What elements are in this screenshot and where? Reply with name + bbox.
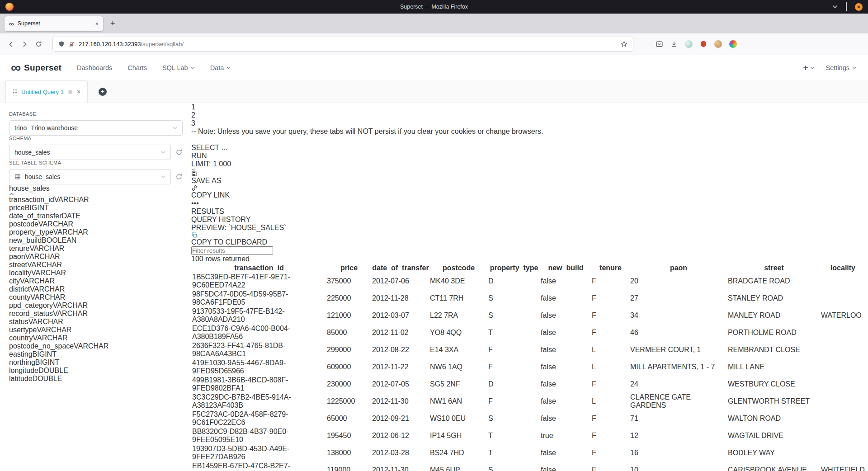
browser-tab-superset[interactable]: ∞ Superset × [5, 16, 103, 31]
schema-column-row: usertypeVARCHAR [9, 326, 183, 334]
results-column-header[interactable]: property_type [488, 264, 540, 272]
settings-menu[interactable]: Settings [826, 64, 856, 71]
nav-data[interactable]: Data [210, 64, 231, 71]
filter-results-input[interactable] [191, 246, 273, 255]
collapse-table-icon[interactable] [9, 193, 183, 196]
query-tab-menu-icon[interactable] [68, 90, 72, 94]
add-query-tab-button[interactable]: + [99, 88, 107, 96]
results-column-header[interactable]: tenure [592, 264, 629, 272]
downloads-icon[interactable] [670, 41, 678, 48]
superset-favicon-icon: ∞ [9, 20, 14, 27]
nav-sql-lab[interactable]: SQL Lab [162, 64, 195, 71]
schema-column-row: paonVARCHAR [9, 253, 183, 261]
schema-column-row: cityVARCHAR [9, 277, 183, 285]
reload-button[interactable] [35, 41, 42, 47]
nav-charts[interactable]: Charts [127, 64, 147, 71]
results-column-header[interactable]: transaction_id [192, 264, 326, 272]
results-cell: 419E1030-9A55-4467-8DA9-9FED95D65966 [192, 359, 326, 375]
schema-label: SCHEMA [9, 136, 183, 141]
more-actions-button[interactable]: ••• [191, 199, 199, 207]
rows-returned-text: 100 rows returned [191, 255, 866, 263]
column-name: transaction_id [9, 196, 54, 203]
chevron-down-icon [811, 67, 814, 69]
results-column-header[interactable]: locality [821, 264, 865, 272]
results-column-header[interactable]: postcode [430, 264, 487, 272]
results-cell: 12 [630, 428, 727, 444]
window-maximize-button[interactable] [846, 3, 847, 11]
save-as-button[interactable]: SAVE AS [191, 171, 866, 185]
forward-button[interactable] [21, 41, 28, 48]
results-cell: 2012-07-06 [372, 273, 429, 289]
results-cell: VERMEER COURT, 1 [630, 342, 727, 358]
sql-editor[interactable]: 123 -- Note: Unless you save your query,… [191, 103, 866, 152]
results-tab[interactable]: QUERY HISTORY [191, 216, 866, 224]
new-object-button[interactable]: + [803, 63, 814, 73]
results-column-header[interactable]: price [327, 264, 371, 272]
results-tab[interactable]: PREVIEW: `HOUSE_SALES` [191, 224, 866, 232]
results-cell: CT11 7RH [430, 290, 487, 306]
adblock-shield-icon[interactable] [700, 40, 707, 48]
url-bar[interactable]: 217.160.120.143:32393/superset/sqllab/ [52, 37, 633, 52]
results-cell [821, 445, 865, 461]
query-tab-close-icon[interactable]: × [77, 88, 80, 95]
results-cell: MANLEY ROAD [728, 307, 820, 324]
insecure-lock-icon[interactable] [69, 41, 75, 47]
tab-close-icon[interactable]: × [95, 20, 99, 27]
superset-brand[interactable]: ∞ Superset [7, 62, 65, 74]
copy-to-clipboard-button[interactable]: COPY TO CLIPBOARD [191, 232, 866, 246]
results-column-header[interactable]: paon [630, 264, 727, 272]
sql-statement-line: SELECT ... [191, 144, 866, 152]
results-cell: BRADGATE ROAD [728, 273, 820, 289]
results-column-header[interactable]: street [728, 264, 820, 272]
results-column-header[interactable]: new_build [541, 264, 591, 272]
back-button[interactable] [7, 41, 14, 48]
pocket-save-icon[interactable] [656, 40, 663, 48]
results-cell: 121000 [327, 307, 371, 324]
schema-column-row: priceBIGINT [9, 204, 183, 212]
column-name: date_of_transfer [9, 212, 62, 220]
new-tab-button[interactable]: + [110, 19, 115, 28]
table-select-value: house_sales [25, 173, 61, 180]
database-select[interactable]: trino Trino warehouse [9, 120, 183, 136]
window-close-button[interactable]: ✕ [855, 3, 863, 11]
refresh-schema-icon[interactable] [175, 149, 183, 156]
results-cell: 2012-03-28 [372, 445, 429, 461]
window-minimize-button[interactable] [832, 5, 838, 9]
table-row: 3C3C29DC-B7B2-4BE5-914A-A38123AF403B1225… [192, 393, 865, 410]
app-header: ∞ Superset Dashboards Charts SQL Lab Dat… [0, 55, 868, 80]
results-column-header[interactable]: date_of_transfer [372, 264, 429, 272]
limit-dropdown[interactable]: LIMIT: 1 000 [191, 160, 866, 171]
refresh-table-icon[interactable] [175, 173, 183, 180]
extension-icon-1[interactable] [685, 40, 693, 48]
results-cell: T [488, 445, 540, 461]
pinwheel-extension-icon[interactable] [729, 40, 737, 48]
results-cell: F [592, 428, 629, 444]
monkey-extension-icon[interactable] [714, 40, 722, 48]
window-titlebar: Superset — Mozilla Firefox ✕ [0, 0, 868, 14]
results-tab[interactable]: RESULTS [191, 207, 866, 216]
column-type: VARCHAR [74, 342, 108, 350]
nav-dashboards[interactable]: Dashboards [77, 64, 112, 71]
run-query-button[interactable]: RUN [191, 152, 866, 160]
menu-hamburger-icon[interactable] [744, 38, 747, 51]
line-number: 3 [191, 119, 866, 127]
schema-column-row: statusVARCHAR [9, 318, 183, 326]
column-name: paon [9, 253, 25, 260]
query-tab-title: Untitled Query 1 [21, 89, 64, 95]
results-tabbar: RESULTSQUERY HISTORYPREVIEW: `HOUSE_SALE… [191, 207, 866, 232]
table-select[interactable]: house_sales [9, 169, 171, 184]
results-cell: F [488, 393, 540, 410]
copy-link-button[interactable]: COPY LINK [191, 185, 866, 199]
drag-grip-icon[interactable] [13, 88, 17, 95]
column-name: county [9, 293, 30, 301]
results-cell: D [488, 376, 540, 392]
column-name: longitude [9, 367, 38, 374]
results-cell: F [592, 376, 629, 392]
schema-select[interactable]: house_sales [9, 145, 171, 160]
results-cell: REMBRANDT CLOSE [728, 342, 820, 358]
column-name: country [9, 334, 33, 342]
tracking-protection-shield-icon[interactable] [58, 41, 65, 47]
results-cell: F [592, 273, 629, 289]
query-tab-active[interactable]: Untitled Query 1 × [5, 80, 88, 103]
bookmark-star-icon[interactable] [621, 41, 627, 47]
